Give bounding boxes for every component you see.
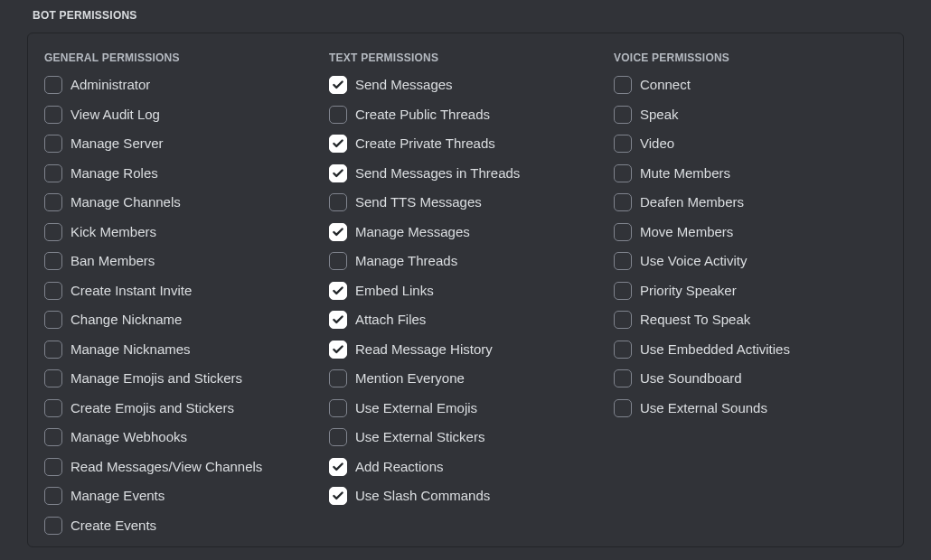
checkbox-unchecked[interactable] xyxy=(44,341,62,359)
perm-embed-links[interactable]: Embed Links xyxy=(329,282,614,300)
perm-manage-server[interactable]: Manage Server xyxy=(44,135,329,153)
perm-create-private-threads[interactable]: Create Private Threads xyxy=(329,135,614,153)
perm-use-external-emojis[interactable]: Use External Emojis xyxy=(329,399,614,417)
checkbox-unchecked[interactable] xyxy=(44,311,62,329)
permission-label: Send Messages xyxy=(355,77,453,93)
perm-view-audit-log[interactable]: View Audit Log xyxy=(44,106,329,124)
checkbox-unchecked[interactable] xyxy=(614,282,632,300)
perm-change-nickname[interactable]: Change Nickname xyxy=(44,311,329,329)
checkbox-unchecked[interactable] xyxy=(614,164,632,182)
permission-label: Move Members xyxy=(640,224,733,240)
checkbox-unchecked[interactable] xyxy=(44,428,62,446)
perm-speak[interactable]: Speak xyxy=(614,106,898,124)
perm-connect[interactable]: Connect xyxy=(614,76,898,94)
perm-manage-messages[interactable]: Manage Messages xyxy=(329,223,614,241)
checkbox-unchecked[interactable] xyxy=(614,252,632,270)
perm-send-tts-messages[interactable]: Send TTS Messages xyxy=(329,193,614,211)
permission-label: Add Reactions xyxy=(355,459,444,475)
checkbox-unchecked[interactable] xyxy=(44,164,62,182)
permission-label: Create Events xyxy=(71,518,156,534)
perm-priority-speaker[interactable]: Priority Speaker xyxy=(614,282,898,300)
perm-send-messages-in-threads[interactable]: Send Messages in Threads xyxy=(329,164,614,182)
column-header: GENERAL PERMISSIONS xyxy=(44,51,329,64)
checkbox-unchecked[interactable] xyxy=(44,487,62,505)
perm-create-emojis-stickers[interactable]: Create Emojis and Stickers xyxy=(44,399,329,417)
perm-create-instant-invite[interactable]: Create Instant Invite xyxy=(44,282,329,300)
checkbox-unchecked[interactable] xyxy=(614,311,632,329)
checkbox-unchecked[interactable] xyxy=(44,135,62,153)
checkbox-unchecked[interactable] xyxy=(44,252,62,270)
checkbox-unchecked[interactable] xyxy=(614,193,632,211)
checkbox-unchecked[interactable] xyxy=(614,223,632,241)
checkbox-unchecked[interactable] xyxy=(44,517,62,535)
checkbox-checked[interactable] xyxy=(329,164,347,182)
permission-label: Speak xyxy=(640,107,679,123)
permission-label: Manage Roles xyxy=(71,165,158,182)
perm-use-external-stickers[interactable]: Use External Stickers xyxy=(329,428,614,446)
checkbox-unchecked[interactable] xyxy=(614,399,632,417)
perm-create-public-threads[interactable]: Create Public Threads xyxy=(329,106,614,124)
checkbox-unchecked[interactable] xyxy=(614,135,632,153)
permissions-column: VOICE PERMISSIONSConnectSpeakVideoMute M… xyxy=(614,51,898,546)
checkbox-unchecked[interactable] xyxy=(44,282,62,300)
checkbox-checked[interactable] xyxy=(329,487,347,505)
checkbox-unchecked[interactable] xyxy=(44,193,62,211)
perm-use-external-sounds[interactable]: Use External Sounds xyxy=(614,399,898,417)
permission-label: Video xyxy=(640,135,674,152)
perm-video[interactable]: Video xyxy=(614,135,898,153)
checkbox-checked[interactable] xyxy=(329,76,347,94)
checkbox-unchecked[interactable] xyxy=(44,106,62,124)
perm-use-slash-commands[interactable]: Use Slash Commands xyxy=(329,487,614,505)
permission-label: Mention Everyone xyxy=(355,370,465,387)
checkbox-checked[interactable] xyxy=(329,341,347,359)
perm-ban-members[interactable]: Ban Members xyxy=(44,252,329,270)
perm-add-reactions[interactable]: Add Reactions xyxy=(329,458,614,476)
perm-use-voice-activity[interactable]: Use Voice Activity xyxy=(614,252,898,270)
permission-label: Deafen Members xyxy=(640,194,744,210)
perm-manage-emojis-stickers[interactable]: Manage Emojis and Stickers xyxy=(44,369,329,387)
checkbox-unchecked[interactable] xyxy=(614,369,632,387)
checkbox-checked[interactable] xyxy=(329,223,347,241)
perm-use-soundboard[interactable]: Use Soundboard xyxy=(614,369,898,387)
perm-request-to-speak[interactable]: Request To Speak xyxy=(614,311,898,329)
checkbox-unchecked[interactable] xyxy=(44,458,62,476)
checkbox-unchecked[interactable] xyxy=(614,76,632,94)
permission-label: Create Instant Invite xyxy=(71,283,192,299)
perm-move-members[interactable]: Move Members xyxy=(614,223,898,241)
checkbox-unchecked[interactable] xyxy=(614,341,632,359)
column-header: TEXT PERMISSIONS xyxy=(329,51,614,64)
perm-use-embedded-activities[interactable]: Use Embedded Activities xyxy=(614,341,898,359)
permission-label: Manage Emojis and Stickers xyxy=(71,370,242,387)
perm-kick-members[interactable]: Kick Members xyxy=(44,223,329,241)
perm-read-message-history[interactable]: Read Message History xyxy=(329,341,614,359)
perm-manage-nicknames[interactable]: Manage Nicknames xyxy=(44,341,329,359)
checkbox-unchecked[interactable] xyxy=(329,369,347,387)
checkbox-checked[interactable] xyxy=(329,135,347,153)
checkbox-unchecked[interactable] xyxy=(44,76,62,94)
perm-create-events[interactable]: Create Events xyxy=(44,517,329,535)
perm-manage-channels[interactable]: Manage Channels xyxy=(44,193,329,211)
checkbox-unchecked[interactable] xyxy=(329,399,347,417)
checkbox-unchecked[interactable] xyxy=(44,223,62,241)
checkbox-checked[interactable] xyxy=(329,458,347,476)
perm-send-messages[interactable]: Send Messages xyxy=(329,76,614,94)
checkbox-unchecked[interactable] xyxy=(614,106,632,124)
checkbox-unchecked[interactable] xyxy=(44,369,62,387)
checkbox-unchecked[interactable] xyxy=(329,428,347,446)
checkbox-checked[interactable] xyxy=(329,311,347,329)
perm-manage-events[interactable]: Manage Events xyxy=(44,487,329,505)
perm-read-messages-view-channels[interactable]: Read Messages/View Channels xyxy=(44,458,329,476)
checkbox-unchecked[interactable] xyxy=(329,106,347,124)
perm-mute-members[interactable]: Mute Members xyxy=(614,164,898,182)
perm-manage-threads[interactable]: Manage Threads xyxy=(329,252,614,270)
perm-administrator[interactable]: Administrator xyxy=(44,76,329,94)
perm-deafen-members[interactable]: Deafen Members xyxy=(614,193,898,211)
checkbox-checked[interactable] xyxy=(329,282,347,300)
perm-manage-webhooks[interactable]: Manage Webhooks xyxy=(44,428,329,446)
perm-attach-files[interactable]: Attach Files xyxy=(329,311,614,329)
checkbox-unchecked[interactable] xyxy=(44,399,62,417)
perm-manage-roles[interactable]: Manage Roles xyxy=(44,164,329,182)
checkbox-unchecked[interactable] xyxy=(329,252,347,270)
checkbox-unchecked[interactable] xyxy=(329,193,347,211)
perm-mention-everyone[interactable]: Mention Everyone xyxy=(329,369,614,387)
